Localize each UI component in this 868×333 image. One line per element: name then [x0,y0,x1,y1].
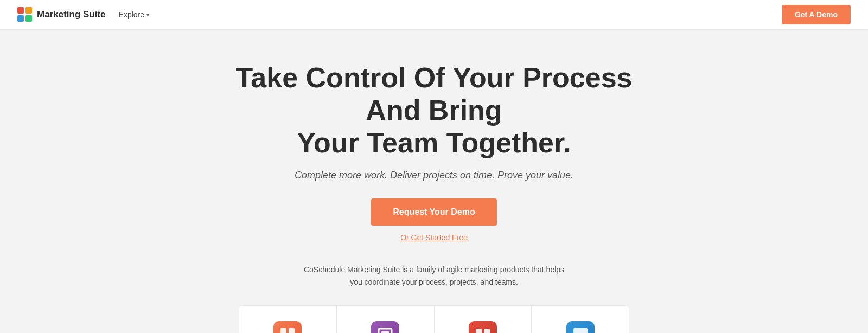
product-card-calendar[interactable]: Calendar Organizer [239,305,337,333]
logo-icon [17,7,33,22]
chevron-down-icon: ▾ [146,12,149,18]
svg-rect-4 [280,328,286,333]
get-started-free-link[interactable]: Or Get Started Free [11,233,857,242]
nav-left: Marketing Suite Explore ▾ [17,7,149,22]
request-demo-button[interactable]: Request Your Demo [371,198,496,226]
product-card-content[interactable]: Content Organizer [337,305,435,333]
logo-text: Marketing Suite [37,9,106,20]
svg-rect-11 [484,329,490,333]
explore-menu[interactable]: Explore ▾ [119,10,149,19]
svg-rect-10 [476,329,482,333]
calendar-organizer-icon [273,321,302,333]
content-organizer-icon [371,321,399,333]
svg-rect-0 [17,7,24,14]
hero-description: CoSchedule Marketing Suite is a family o… [298,264,570,288]
product-cards: Calendar Organizer Content Organizer Wor… [11,305,857,333]
hero-subtitle: Complete more work. Deliver projects on … [11,170,857,181]
explore-label: Explore [119,10,144,19]
cta-container: Request Your Demo Or Get Started Free [11,198,857,242]
svg-rect-1 [25,7,32,14]
asset-organizer-icon [566,321,595,333]
product-card-work[interactable]: Work Organizer [435,305,532,333]
navbar: Marketing Suite Explore ▾ Get A Demo [0,0,868,29]
get-demo-button[interactable]: Get A Demo [782,5,851,24]
work-organizer-icon [469,321,497,333]
hero-headline: Take Control Of Your Process And Bring Y… [222,62,646,159]
product-card-asset[interactable]: Asset Organizer [532,305,629,333]
svg-rect-2 [17,15,24,22]
svg-rect-3 [25,15,32,22]
nav-right: Get A Demo [782,5,851,24]
svg-rect-12 [573,328,588,333]
hero-section: Take Control Of Your Process And Bring Y… [0,29,868,333]
svg-rect-5 [289,328,295,333]
logo: Marketing Suite [17,7,106,22]
